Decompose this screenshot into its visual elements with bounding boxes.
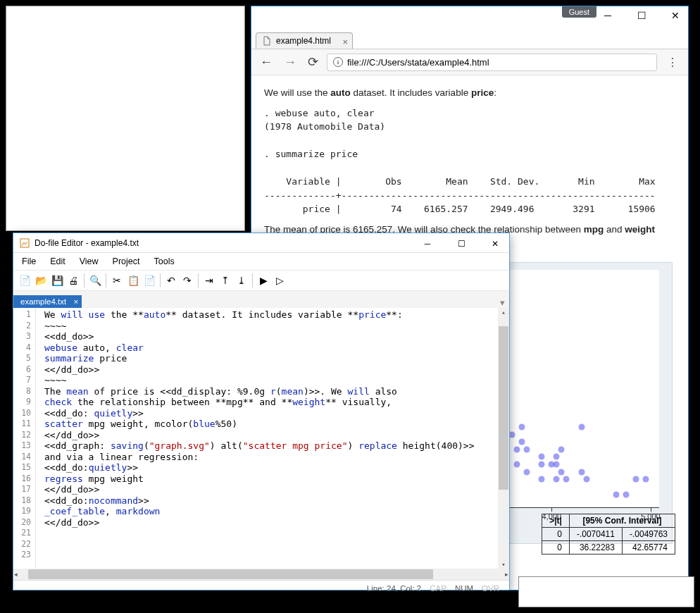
close-button[interactable]: ✕	[665, 8, 685, 23]
dofile-app-icon	[19, 237, 30, 249]
back-button[interactable]: ←	[257, 55, 275, 70]
data-point	[558, 446, 565, 452]
run-selection-icon[interactable]: ▷	[273, 273, 287, 287]
browser-tab[interactable]: example4.html ×	[256, 32, 353, 49]
dofile-menubar: FileEditViewProjectTools	[13, 253, 509, 270]
print-icon[interactable]: 🖨	[66, 273, 80, 287]
data-point	[554, 476, 560, 483]
code-line[interactable]: webuse auto, clear	[44, 342, 495, 354]
data-point	[554, 462, 560, 468]
menu-project[interactable]: Project	[113, 256, 140, 266]
code-line[interactable]: summarize price	[44, 353, 495, 364]
tab-dropdown-icon[interactable]: ▾	[496, 297, 509, 308]
table-row: 036.2228342.65774	[542, 541, 675, 555]
code-text-area[interactable]: We will use the **auto** dataset. It inc…	[36, 308, 498, 569]
scrollbar-thumb[interactable]	[499, 326, 508, 490]
code-line[interactable]: <</dd_do>>	[44, 364, 495, 376]
col-ci: [95% Conf. Interval]	[569, 514, 675, 528]
data-point	[519, 439, 525, 445]
vertical-scrollbar[interactable]: ▴ ▾	[498, 308, 509, 569]
code-line[interactable]: The mean of price is <<dd_display: %9.0g…	[44, 386, 495, 397]
run-icon[interactable]: ▶	[256, 273, 270, 287]
data-point	[563, 476, 570, 483]
dofile-tab[interactable]: example4.txt ×	[13, 295, 82, 308]
menu-tools[interactable]: Tools	[154, 256, 174, 266]
table-row: 0-.0070411-.0049763	[542, 528, 675, 541]
dofile-minimize-button[interactable]: ─	[418, 236, 437, 252]
code-line[interactable]: <</dd_do>>	[44, 484, 495, 495]
cut-icon[interactable]: ✂	[110, 273, 124, 287]
paste-icon[interactable]: 📄	[142, 273, 156, 287]
undo-icon[interactable]: ↶	[164, 273, 178, 287]
dofile-maximize-button[interactable]: ☐	[451, 236, 471, 252]
copy-icon[interactable]: 📋	[126, 273, 140, 287]
code-line[interactable]: and via a linear regression:	[44, 452, 495, 463]
code-line[interactable]: scatter mpg weight, mcolor(blue%50)	[44, 419, 495, 430]
ovr-indicator: OVR	[482, 584, 499, 593]
data-point	[613, 491, 619, 497]
scrollbar-thumb-h[interactable]	[28, 569, 433, 579]
dofile-titlebar: Do-file Editor - example4.txt ─ ☐ ✕	[13, 233, 509, 253]
data-point	[539, 462, 545, 468]
num-indicator: NUM	[455, 584, 473, 593]
cap-indicator: CAP	[430, 584, 446, 593]
data-point	[642, 476, 649, 483]
code-line[interactable]: regress mpg weight	[44, 473, 495, 485]
find-icon[interactable]: 🔍	[88, 273, 102, 287]
code-line[interactable]: We will use the **auto** dataset. It inc…	[44, 309, 495, 321]
new-file-icon[interactable]: 📄	[18, 273, 32, 287]
menu-view[interactable]: View	[80, 256, 99, 266]
data-point	[554, 454, 560, 460]
line-gutter: 1234567891011121314151617181920212223	[13, 308, 36, 569]
code-line[interactable]: <<dd_do>>	[44, 331, 495, 342]
redo-icon[interactable]: ↷	[180, 273, 194, 287]
bookmark-next-icon[interactable]: ⤓	[235, 273, 249, 287]
data-point	[514, 446, 520, 452]
dofile-tab-close-icon[interactable]: ×	[73, 297, 78, 306]
scroll-up-icon[interactable]: ▴	[501, 308, 506, 316]
reload-button[interactable]: ⟳	[305, 54, 321, 70]
data-point	[509, 431, 515, 438]
code-line[interactable]: <<dd_do: quietly>>	[44, 408, 495, 419]
open-file-icon[interactable]: 📂	[34, 273, 48, 287]
scroll-right-icon[interactable]: ▸	[504, 570, 509, 578]
cursor-position: Line: 24, Col: 2	[367, 584, 421, 593]
dofile-toolbar: 📄📂💾🖨🔍✂📋📄↶↷⇥⤒⤓▶▷	[13, 270, 509, 291]
code-line[interactable]: <</dd_do>>	[44, 517, 495, 528]
code-line[interactable]: ~~~~	[44, 321, 495, 332]
data-point	[524, 469, 530, 475]
code-line[interactable]: <<dd_do:quietly>>	[44, 462, 495, 473]
maximize-button[interactable]: ☐	[632, 8, 651, 23]
bookmark-prev-icon[interactable]: ⤒	[218, 273, 232, 287]
dofile-statusbar: Line: 24, Col: 2 CAP NUM OVR	[13, 580, 509, 595]
menu-edit[interactable]: Edit	[50, 256, 65, 266]
code-line[interactable]: <<dd_graph: saving("graph.svg") alt("sca…	[44, 440, 495, 452]
horizontal-scrollbar[interactable]: ◂ ▸	[13, 569, 509, 580]
menu-file[interactable]: File	[22, 256, 36, 266]
browser-url-bar: ← → ⟳ i file:///C:/Users/stata/example4.…	[251, 49, 688, 75]
forward-button[interactable]: →	[281, 55, 299, 70]
browser-menu-icon[interactable]: ⋮	[663, 56, 682, 69]
intro-text: We will use the auto dataset. It include…	[264, 85, 675, 101]
dofile-close-button[interactable]: ✕	[485, 236, 505, 252]
scroll-left-icon[interactable]: ◂	[13, 570, 18, 578]
dofile-tabbar: example4.txt × ▾	[13, 291, 509, 308]
tab-close-icon[interactable]: ×	[342, 37, 348, 47]
code-line[interactable]: ~~~~	[44, 375, 495, 386]
regression-table-fragment: >|t|[95% Conf. Interval] 0-.0070411-.004…	[542, 514, 675, 555]
code-editor[interactable]: 1234567891011121314151617181920212223 We…	[13, 308, 509, 569]
code-line[interactable]: _coef_table, markdown	[44, 506, 495, 517]
data-point	[578, 469, 585, 475]
url-input[interactable]: i file:///C:/Users/stata/example4.html	[327, 54, 657, 71]
data-point	[539, 476, 545, 483]
code-line[interactable]: <</dd_do>>	[44, 430, 495, 441]
minimize-button[interactable]: ─	[598, 8, 618, 23]
data-point	[583, 476, 589, 483]
placeholder-box-bottom-right	[518, 576, 694, 607]
scroll-down-icon[interactable]: ▾	[501, 560, 506, 569]
code-line[interactable]: <<dd_do:nocommand>>	[44, 495, 495, 507]
info-icon[interactable]: i	[333, 57, 343, 67]
code-line[interactable]: check the relationship between **mpg** a…	[44, 397, 495, 408]
save-icon[interactable]: 💾	[50, 273, 64, 287]
indent-icon[interactable]: ⇥	[202, 273, 216, 287]
